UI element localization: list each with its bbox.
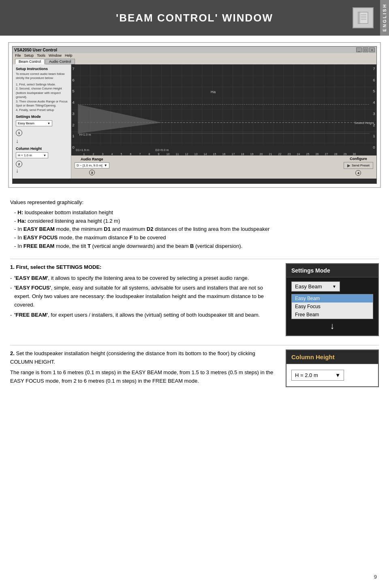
sw-bottom-bar: Audio Range D ~ [1.0 m, 9.0 m] ▼ 3 Con	[71, 156, 376, 179]
menu-item-easybeam[interactable]: Easy Beam	[292, 294, 373, 303]
settings-panel-dropdown[interactable]: Easy Beam ▼	[291, 281, 340, 292]
col-h-value: H = 2.0 m	[295, 372, 318, 378]
column-height-panel: Column Height H = 2.0 m ▼	[286, 349, 379, 387]
step-circle-1: 1	[16, 130, 22, 136]
preset-dropdown[interactable]: D ~ [1.0 m, 9.0 m] ▼	[75, 162, 109, 168]
svg-text:6: 6	[72, 78, 74, 82]
bullet-dash: -	[14, 234, 16, 242]
preset-value: D ~ [1.0 m, 9.0 m]	[77, 164, 103, 167]
svg-text:0: 0	[373, 145, 375, 149]
book-icon	[353, 7, 374, 28]
menu-tools[interactable]: Tools	[37, 53, 45, 58]
tab-beam-control[interactable]: Beam Control	[15, 59, 45, 64]
column-height-panel-dropdown[interactable]: H = 2.0 m ▼	[291, 370, 344, 381]
audio-range-section: Audio Range D ~ [1.0 m, 9.0 m] ▼ 3	[75, 157, 109, 177]
setup-steps: 1. First, select Settings Mode. 2. Secon…	[16, 83, 68, 113]
value-bullet-freebeam: - In FREE BEAM mode, the tilt T (vertica…	[14, 242, 379, 251]
menu-window[interactable]: Window	[49, 53, 62, 58]
section1-bullet-freebeam: - 'FREE BEAM', for expert users / instal…	[10, 311, 278, 320]
values-section: Values represented graphically: - H: lou…	[10, 198, 379, 251]
arrow-down-icon: ↓	[16, 138, 68, 144]
value-bullet-ha: - Ha: considered listening area height (…	[14, 217, 379, 226]
menu-bar: File Setup Tools Window Help	[13, 53, 376, 58]
audio-range-label: Audio Range	[81, 157, 103, 161]
section2-body: The range is from 1 to 6 metres (0.1 m s…	[10, 369, 278, 386]
settings-mode-panel: Settings Mode Easy Beam ▼ Easy Beam Easy…	[286, 263, 379, 336]
svg-text:2: 2	[72, 123, 74, 127]
tab-audio-control[interactable]: Audio Control	[45, 59, 75, 64]
header-bar: 'BEAM CONTROL' WINDOW ENGLISH	[0, 0, 389, 36]
tabs-bar: Beam Control Audio Control	[13, 58, 376, 64]
dropdown-arrow-icon: ▼	[47, 122, 50, 125]
send-preset-label: Send Preset	[352, 164, 370, 167]
panel-arrow-down-icon: ↓	[291, 321, 373, 331]
svg-text:3: 3	[373, 112, 375, 116]
column-height-label: Column Height	[16, 147, 68, 151]
close-button[interactable]: ×	[369, 47, 375, 52]
step-circle-2: 2	[16, 161, 22, 167]
section2-text: 2. Set the loudspeaker installation heig…	[10, 349, 278, 388]
svg-text:D1=1.9 m: D1=1.9 m	[76, 148, 89, 152]
screenshot-wrapper: VSA2050 User Control _ □ × File Setup To…	[8, 42, 381, 188]
language-label: ENGLISH	[380, 0, 389, 36]
menu-file[interactable]: File	[15, 53, 21, 58]
sw-graph-area: 7 6 5 4 3 2 1 0 7 6 5	[71, 64, 376, 179]
svg-text:5: 5	[72, 89, 74, 94]
svg-text:6: 6	[373, 78, 375, 82]
menu-item-easyfocus[interactable]: Easy Focus	[292, 303, 373, 311]
values-title: Values represented graphically:	[10, 198, 379, 207]
svg-text:4: 4	[72, 101, 74, 105]
svg-text:1: 1	[373, 134, 375, 138]
column-height-dropdown[interactable]: H = 1.0 m ▼	[16, 152, 48, 158]
value-bullet-easybeam: - In EASY BEAM mode, the minimum D1 and …	[14, 225, 379, 234]
menu-item-freebeam[interactable]: Free Beam	[292, 311, 373, 319]
arrow-down2-icon: ↓	[16, 167, 68, 174]
preset-arrow-icon: ▼	[104, 164, 107, 167]
settings-mode-value: Easy Beam	[18, 121, 34, 125]
settings-mode-panel-title: Settings Mode	[286, 264, 378, 277]
svg-text:Ha: Ha	[211, 90, 216, 94]
sw-left-panel: Setup Instructions To ensure correct aud…	[13, 64, 71, 179]
settings-panel-arrow-icon: ▼	[332, 284, 336, 289]
col-h-arrow-icon: ▼	[335, 372, 340, 378]
bullet-text: In FREE BEAM mode, the tilt T (vertical …	[17, 242, 242, 251]
settings-panel-menu: Easy Beam Easy Focus Free Beam	[291, 294, 373, 319]
software-window: VSA2050 User Control _ □ × File Setup To…	[12, 46, 377, 184]
section1-heading: 1. First, select the SETTINGS MODE:	[10, 263, 278, 272]
svg-rect-6	[71, 64, 376, 153]
svg-rect-1	[358, 12, 360, 23]
svg-text:1: 1	[72, 134, 74, 138]
send-preset-button[interactable]: ▶ Send Preset	[344, 162, 373, 169]
menu-setup[interactable]: Setup	[24, 53, 34, 58]
value-bullet-easyfocus: - In EASY FOCUS mode, the maximum distan…	[14, 234, 379, 242]
divider1	[10, 259, 379, 259]
section2-heading: 2. Set the loudspeaker installation heig…	[10, 349, 278, 366]
window-title: VSA2050 User Control	[14, 48, 57, 52]
page-number: 9	[374, 574, 377, 580]
bullet-dash: -	[14, 242, 16, 251]
setup-instructions-title: Setup Instructions	[16, 67, 68, 71]
bullet-text: In EASY FOCUS mode, the maximum distance…	[17, 234, 166, 242]
bullet-dash: -	[14, 209, 16, 217]
column-height-panel-content: H = 2.0 m ▼	[286, 364, 378, 386]
svg-text:0: 0	[72, 145, 74, 149]
svg-text:7: 7	[373, 67, 375, 71]
menu-help[interactable]: Help	[65, 53, 73, 58]
settings-panel-value: Easy Beam	[295, 283, 322, 290]
value-bullet-h: - H: loudspeaker bottom installation hei…	[14, 209, 379, 217]
configure-section: Configure ▶ Send Preset 4	[344, 157, 373, 177]
sw-main-content: Setup Instructions To ensure correct aud…	[13, 64, 376, 179]
svg-text:H=1.0 m: H=1.0 m	[79, 133, 91, 137]
minimize-button[interactable]: _	[356, 47, 362, 52]
svg-text:Seated Height: Seated Height	[354, 121, 374, 125]
bullet-text: Ha: considered listening area height (1.…	[17, 217, 120, 226]
section1-row: 1. First, select the SETTINGS MODE: - 'E…	[10, 263, 379, 336]
maximize-button[interactable]: □	[363, 47, 368, 52]
section1-text: 1. First, select the SETTINGS MODE: - 'E…	[10, 263, 278, 321]
h-value: H = 1.0 m	[18, 153, 32, 157]
settings-mode-dropdown[interactable]: Easy Beam ▼	[16, 120, 52, 126]
step-circle-3: 3	[89, 170, 95, 175]
svg-text:7: 7	[72, 67, 74, 71]
bullet-dash: -	[14, 225, 16, 234]
settings-mode-panel-content: Easy Beam ▼ Easy Beam Easy Focus Free Be…	[286, 277, 378, 335]
